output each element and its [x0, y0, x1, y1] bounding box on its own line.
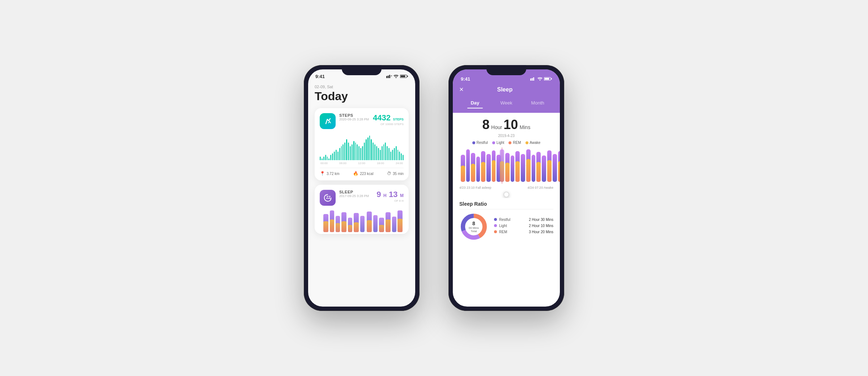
- tab-week[interactable]: Week: [491, 98, 522, 108]
- svg-rect-15: [341, 221, 346, 232]
- bar-fill: [397, 150, 399, 160]
- sleep-title: SLEEP: [339, 190, 376, 194]
- svg-rect-17: [348, 225, 352, 232]
- ratio-legend: Restful 2 Hour 30 Mins Light 2 Hour 10 M…: [494, 218, 553, 236]
- donut-chart: 8 00 Mins Total: [459, 212, 488, 241]
- distance-icon: 📍: [320, 171, 325, 176]
- bar-fill: [328, 158, 329, 160]
- slider-dot[interactable]: [503, 192, 509, 197]
- steps-distance: 📍 3.72 km: [320, 171, 340, 176]
- step-bar: [332, 132, 333, 160]
- svg-rect-41: [545, 78, 549, 80]
- sleep-value-wrap: 9 H 13 M OF 8 H: [376, 190, 404, 202]
- svg-point-39: [540, 80, 541, 81]
- svg-rect-38: [533, 77, 534, 81]
- rem-label: REM: [513, 141, 521, 145]
- slider-indicator: [459, 192, 553, 197]
- tab-day[interactable]: Day: [459, 98, 491, 108]
- svg-rect-63: [515, 161, 520, 182]
- svg-rect-25: [379, 225, 384, 232]
- step-bar: [401, 132, 402, 160]
- step-bar: [403, 132, 404, 160]
- bar-fill: [344, 142, 345, 160]
- svg-rect-23: [373, 215, 378, 232]
- step-bar: [385, 132, 386, 160]
- svg-rect-2: [389, 75, 390, 78]
- bar-fill: [337, 151, 339, 160]
- svg-rect-19: [354, 222, 359, 232]
- phone2-notch: [486, 65, 526, 75]
- svg-rect-58: [500, 161, 504, 182]
- time-icon: ⏱: [387, 171, 391, 176]
- ratio-restful-value: 2 Hour 30 Mins: [529, 218, 553, 222]
- step-bar: [388, 132, 390, 160]
- step-bar: [360, 132, 361, 160]
- sleep-hours: 8: [482, 117, 490, 132]
- step-bar: [320, 132, 321, 160]
- bar-fill: [355, 142, 356, 160]
- legend-restful: Restful: [472, 141, 488, 145]
- sleep-nav: × Sleep: [459, 85, 553, 94]
- steps-icon: [320, 113, 336, 129]
- phone2-status-icons: [530, 77, 552, 81]
- ratio-light: Light 2 Hour 10 Mins: [494, 224, 553, 228]
- svg-rect-9: [323, 221, 328, 232]
- bar-fill: [334, 151, 335, 160]
- donut-mins: 00 Mins: [469, 226, 479, 230]
- steps-calories: 🔥 223 kcal: [353, 171, 373, 176]
- svg-rect-52: [486, 154, 491, 182]
- steps-unit: STEPS: [393, 118, 404, 121]
- step-bar: [334, 132, 335, 160]
- bar-fill: [360, 148, 361, 160]
- sleep-card-header: ZZ SLEEP 2017-09-25 3:28 PM 9 H 13 M: [320, 190, 404, 206]
- bar-fill: [364, 142, 365, 160]
- steps-value-wrap: 4432 STEPS OF 10000 STEPS: [373, 113, 404, 126]
- bar-fill: [362, 146, 363, 160]
- sleep-card[interactable]: ZZ SLEEP 2017-09-25 3:28 PM 9 H 13 M: [315, 185, 409, 234]
- step-bar: [337, 132, 339, 160]
- phone1-time: 9:41: [315, 74, 325, 79]
- distance-value: 3.72 km: [327, 172, 340, 176]
- step-bar: [373, 132, 374, 160]
- step-bar: [394, 132, 395, 160]
- svg-rect-36: [530, 78, 531, 81]
- step-bar: [371, 132, 372, 160]
- tab-month[interactable]: Month: [522, 98, 553, 108]
- ratio-rem-dot: [494, 230, 497, 233]
- bar-fill: [367, 137, 369, 160]
- donut-center: 8 00 Mins Total: [467, 221, 481, 233]
- svg-point-3: [396, 77, 397, 78]
- steps-time: ⏱ 35 min: [387, 171, 404, 176]
- donut-label: Total: [471, 230, 477, 233]
- bar-fill: [376, 146, 377, 160]
- sleep-nav-title: Sleep: [464, 86, 546, 93]
- steps-footer: 📍 3.72 km 🔥 223 kcal ⏱ 35 min: [320, 168, 404, 176]
- bar-fill: [346, 139, 347, 160]
- step-bar: [390, 132, 391, 160]
- sleep-date-label: 2019-4-23: [459, 134, 553, 138]
- steps-subunit: OF 10000 STEPS: [373, 123, 404, 126]
- legend-light: Light: [492, 141, 505, 145]
- donut-hours: 8: [467, 221, 481, 226]
- step-bar: [369, 132, 370, 160]
- rem-dot: [509, 141, 511, 144]
- svg-rect-50: [481, 162, 485, 182]
- scene: 9:41 02-09, Sat Today: [0, 0, 868, 376]
- bar-fill: [366, 139, 367, 160]
- tab-bar: Day Week Month: [459, 98, 553, 108]
- sleep-mins: 10: [503, 117, 518, 132]
- ratio-light-dot: [494, 224, 497, 227]
- bar-fill: [358, 146, 359, 160]
- steps-chart-labels: 00:00 06:00 12:00 18:00 24:00: [320, 162, 404, 165]
- close-button[interactable]: ×: [459, 85, 464, 94]
- wave-label-right: 4/24 07:20 Awake: [528, 186, 553, 189]
- svg-rect-30: [397, 219, 403, 232]
- step-bar: [325, 132, 326, 160]
- ratio-restful-dot: [494, 218, 497, 221]
- svg-rect-67: [532, 155, 535, 182]
- calories-value: 223 kcal: [360, 172, 373, 176]
- bar-fill: [336, 150, 337, 160]
- bar-fill: [394, 148, 395, 160]
- svg-rect-20: [360, 216, 365, 232]
- steps-card[interactable]: STEPS 2020-09-25 3:28 PM 4432 STEPS OF 1…: [315, 108, 409, 180]
